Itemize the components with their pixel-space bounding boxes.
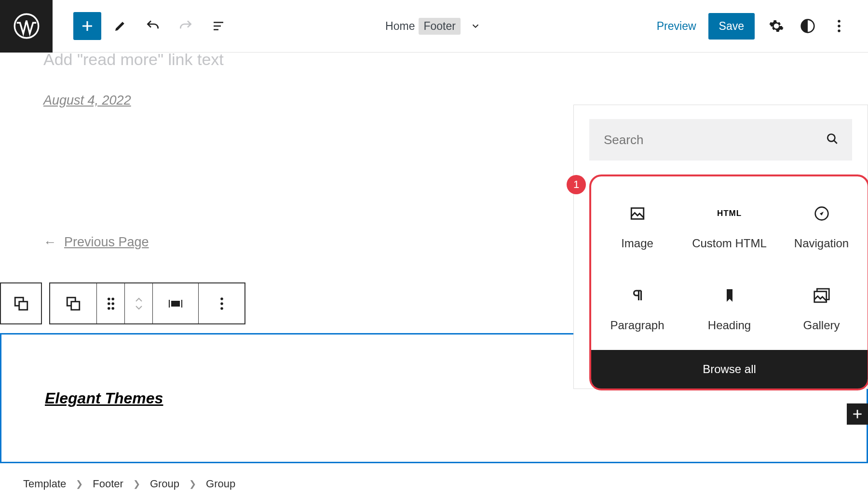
svg-point-19 (220, 302, 223, 305)
edit-tool-button[interactable] (106, 12, 134, 40)
svg-point-4 (838, 29, 841, 32)
svg-point-9 (108, 297, 110, 300)
chevron-right-icon: ❯ (189, 479, 196, 489)
block-options-button[interactable] (199, 283, 244, 323)
search-icon (826, 133, 839, 147)
annotation-badge: 1 (567, 175, 586, 194)
move-buttons[interactable] (125, 283, 153, 323)
block-heading[interactable]: Heading (683, 268, 775, 350)
template-name: Home (385, 20, 415, 33)
block-search[interactable] (589, 119, 852, 161)
settings-button[interactable] (767, 16, 786, 36)
add-block-button[interactable] (73, 12, 101, 40)
block-inserter-panel: Image HTML Custom HTML Navigation Paragr… (573, 105, 868, 389)
gallery-icon (813, 286, 830, 305)
svg-point-11 (108, 302, 110, 305)
block-label: Navigation (794, 237, 849, 250)
block-paragraph[interactable]: Paragraph (591, 268, 683, 350)
paragraph-icon (630, 286, 645, 305)
block-toolbar (49, 282, 245, 324)
block-image[interactable]: Image (591, 186, 683, 268)
parent-block-selector[interactable] (0, 282, 42, 324)
svg-point-12 (111, 302, 114, 305)
chevron-right-icon: ❯ (76, 479, 83, 489)
svg-point-14 (111, 307, 114, 310)
drag-handle[interactable] (97, 283, 125, 323)
block-gallery[interactable]: Gallery (775, 268, 868, 350)
svg-rect-8 (71, 301, 80, 309)
svg-rect-15 (171, 301, 180, 307)
svg-point-0 (14, 14, 39, 38)
chevron-down-icon[interactable] (468, 19, 483, 33)
block-label: Heading (708, 319, 751, 332)
top-toolbar: Home Footer Preview Save (0, 0, 868, 53)
post-date[interactable]: August 4, 2022 (43, 93, 131, 108)
svg-point-21 (827, 134, 835, 141)
breadcrumb-item[interactable]: Group (150, 478, 179, 490)
svg-point-10 (111, 297, 114, 300)
breadcrumb-item[interactable]: Group (206, 478, 235, 490)
append-block-button[interactable] (847, 403, 868, 425)
block-navigation[interactable]: Navigation (775, 186, 868, 268)
block-label: Custom HTML (692, 237, 767, 250)
svg-point-18 (220, 297, 223, 300)
block-label: Paragraph (610, 319, 664, 332)
template-part-name: Footer (419, 18, 460, 35)
more-options-button[interactable] (829, 16, 849, 36)
block-label: Image (621, 237, 653, 250)
svg-line-22 (834, 140, 837, 144)
arrow-left-icon: ← (43, 235, 56, 250)
chevron-right-icon: ❯ (133, 479, 140, 489)
styles-button[interactable] (798, 16, 817, 36)
svg-point-2 (838, 20, 841, 23)
template-breadcrumb[interactable]: Home Footer (385, 18, 483, 35)
search-input[interactable] (604, 133, 838, 147)
wordpress-logo[interactable] (0, 0, 53, 53)
block-breadcrumbs: Template ❯ Footer ❯ Group ❯ Group (0, 472, 258, 496)
previous-page-label: Previous Page (64, 235, 149, 250)
preview-button[interactable]: Preview (657, 20, 696, 33)
navigation-icon (814, 204, 829, 223)
breadcrumb-item[interactable]: Template (23, 478, 66, 490)
block-custom-html[interactable]: HTML Custom HTML (683, 186, 775, 268)
breadcrumb-item[interactable]: Footer (93, 478, 123, 490)
svg-point-20 (220, 307, 223, 310)
read-more-placeholder[interactable]: Add "read more" link text (43, 50, 224, 69)
image-icon (629, 204, 646, 223)
save-button[interactable]: Save (708, 13, 755, 40)
block-label: Gallery (803, 319, 840, 332)
redo-button[interactable] (172, 12, 200, 40)
heading-icon (724, 286, 735, 305)
svg-point-3 (838, 25, 841, 27)
list-view-button[interactable] (204, 12, 232, 40)
block-type-button[interactable] (50, 283, 97, 323)
align-button[interactable] (153, 283, 199, 323)
previous-page-link[interactable]: ← Previous Page (43, 235, 149, 250)
html-icon: HTML (717, 204, 742, 223)
browse-all-button[interactable]: Browse all (591, 350, 868, 389)
site-title[interactable]: Elegant Themes (45, 389, 163, 407)
undo-button[interactable] (139, 12, 167, 40)
svg-rect-6 (19, 301, 27, 309)
suggested-blocks: Image HTML Custom HTML Navigation Paragr… (589, 174, 868, 390)
svg-point-13 (108, 307, 110, 310)
